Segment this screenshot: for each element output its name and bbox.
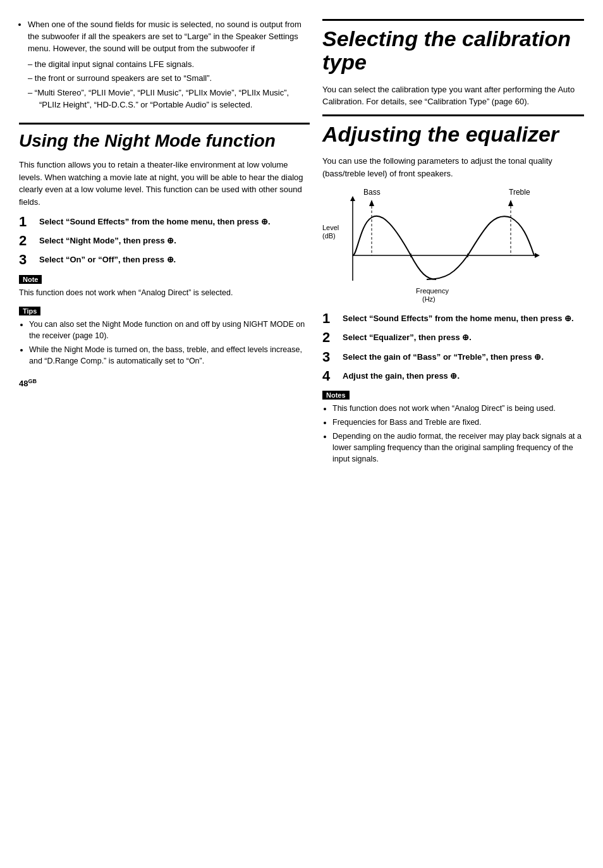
page-number: 48GB xyxy=(19,378,310,388)
notes-badge: Notes xyxy=(322,391,350,400)
step-3-text: Select “On” or “Off”, then press ⊕. xyxy=(39,252,176,266)
night-mode-step-3: 3 Select “On” or “Off”, then press ⊕. xyxy=(19,252,310,267)
svg-marker-11 xyxy=(508,200,513,206)
eq-step-1-text: Select “Sound Effects” from the home men… xyxy=(343,311,574,325)
note-3: Depending on the audio format, the recei… xyxy=(332,431,584,465)
equalizer-heading: Adjusting the equalizer xyxy=(322,123,584,146)
section-divider-left xyxy=(19,123,310,125)
left-column: When one of the sound fields for music i… xyxy=(19,19,310,849)
sub-item-2: the front or surround speakers are set t… xyxy=(28,73,310,85)
step-3-num: 3 xyxy=(19,252,37,267)
tip-2: While the Night Mode is turned on, the b… xyxy=(29,344,310,367)
note-badge: Note xyxy=(19,275,42,284)
sub-item-1: the digital input signal contains LFE si… xyxy=(28,59,310,71)
step-1-text: Select “Sound Effects” from the home men… xyxy=(39,214,271,228)
night-mode-step-2: 2 Select “Night Mode”, then press ⊕. xyxy=(19,233,310,248)
equalizer-notes-section: Notes This function does not work when “… xyxy=(322,390,584,465)
eq-step-4-text: Adjust the gain, then press ⊕. xyxy=(343,369,460,382)
level-label: Level xyxy=(322,224,339,231)
night-mode-step-1: 1 Select “Sound Effects” from the home m… xyxy=(19,214,310,229)
section-divider-right-1 xyxy=(322,19,584,21)
equalizer-steps: 1 Select “Sound Effects” from the home m… xyxy=(322,311,584,384)
calibration-heading: Selecting the calibration type xyxy=(322,27,584,75)
bass-label: Bass xyxy=(363,188,381,197)
eq-step-4: 4 Adjust the gain, then press ⊕. xyxy=(322,369,584,384)
tips-section: Tips You can also set the Night Mode fun… xyxy=(19,306,310,367)
tips-list: You can also set the Night Mode function… xyxy=(19,319,310,367)
sub-list: the digital input signal contains LFE si… xyxy=(28,59,310,111)
bullet-item-1: When one of the sound fields for music i… xyxy=(28,19,310,111)
eq-step-3: 3 Select the gain of “Bass” or “Treble”,… xyxy=(322,350,584,365)
eq-svg: Bass Treble Level (dB) Frequency (Hz) xyxy=(322,186,550,303)
treble-label: Treble xyxy=(509,188,530,197)
tip-1: You can also set the Night Mode function… xyxy=(29,319,310,341)
freq-label: Frequency xyxy=(416,287,449,295)
note-section: Note This function does not work when “A… xyxy=(19,274,310,298)
eq-step-2-text: Select “Equalizer”, then press ⊕. xyxy=(343,330,472,344)
eq-step-3-text: Select the gain of “Bass” or “Treble”, t… xyxy=(343,350,544,364)
intro-bullet-list: When one of the sound fields for music i… xyxy=(19,19,310,111)
page: When one of the sound fields for music i… xyxy=(0,0,603,868)
calibration-body: You can select the calibration type you … xyxy=(322,83,584,108)
eq-step-1: 1 Select “Sound Effects” from the home m… xyxy=(322,311,584,326)
step-2-text: Select “Night Mode”, then press ⊕. xyxy=(39,233,176,247)
note-1: This function does not work when “Analog… xyxy=(332,403,584,414)
svg-marker-4 xyxy=(350,196,355,201)
eq-step-4-num: 4 xyxy=(322,369,340,384)
eq-step-2: 2 Select “Equalizer”, then press ⊕. xyxy=(322,330,584,345)
night-mode-heading: Using the Night Mode function xyxy=(19,131,310,151)
svg-marker-5 xyxy=(535,253,540,258)
bullet-item-1-text: When one of the sound fields for music i… xyxy=(28,20,302,53)
equalizer-body: You can use the following parameters to … xyxy=(322,155,584,180)
equalizer-graph: Bass Treble Level (dB) Frequency (Hz) xyxy=(322,186,537,300)
section-divider-right-2 xyxy=(322,114,584,116)
night-mode-body: This function allows you to retain a the… xyxy=(19,159,310,208)
note-2: Frequencies for Bass and Treble are fixe… xyxy=(332,417,584,428)
notes-list: This function does not work when “Analog… xyxy=(322,403,584,465)
sub-item-3: “Multi Stereo”, “PLII Movie”, “PLII Musi… xyxy=(28,87,310,111)
eq-step-1-num: 1 xyxy=(322,311,340,326)
svg-marker-10 xyxy=(369,200,374,206)
svg-text:(Hz): (Hz) xyxy=(422,295,436,303)
eq-step-2-num: 2 xyxy=(322,330,340,345)
note-text: This function does not work when “Analog… xyxy=(19,287,310,298)
eq-step-3-num: 3 xyxy=(322,350,340,365)
step-1-num: 1 xyxy=(19,214,37,229)
right-column: Selecting the calibration type You can s… xyxy=(322,19,584,849)
night-mode-steps: 1 Select “Sound Effects” from the home m… xyxy=(19,214,310,268)
step-2-num: 2 xyxy=(19,233,37,248)
tips-badge: Tips xyxy=(19,307,40,315)
svg-text:(dB): (dB) xyxy=(322,232,336,240)
